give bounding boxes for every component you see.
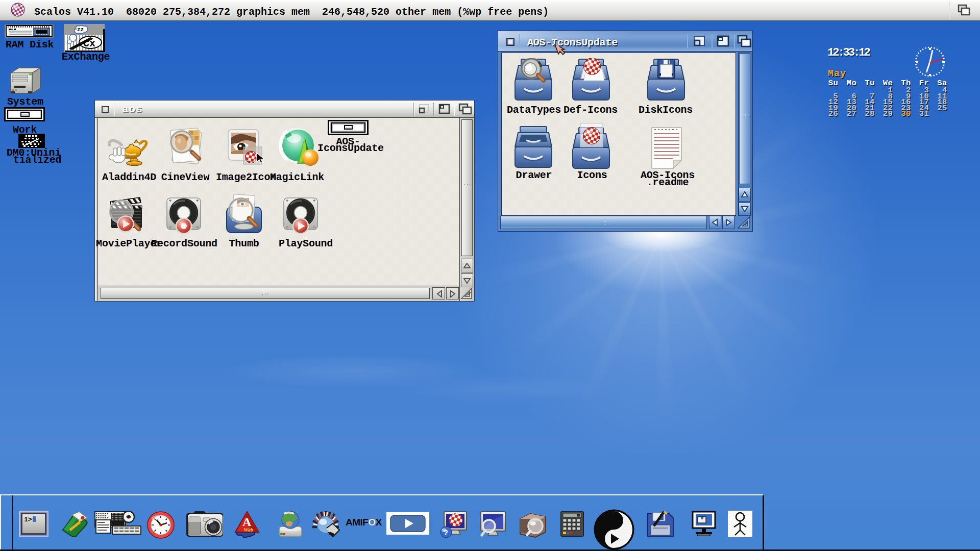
- svg-text:1>: 1>: [24, 516, 32, 523]
- svg-text:Web: Web: [243, 527, 254, 533]
- svg-text:zz: zz: [77, 27, 84, 33]
- svg-text:Cx: Cx: [83, 38, 95, 49]
- svg-text:?: ?: [444, 529, 448, 538]
